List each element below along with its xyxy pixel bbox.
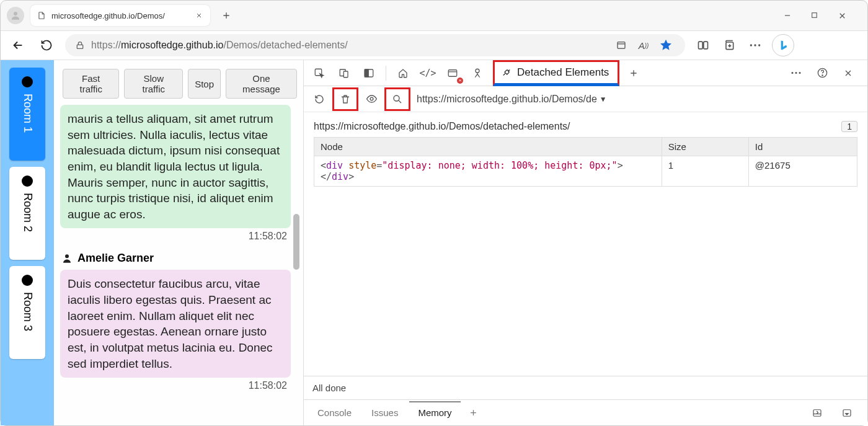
slow-traffic-button[interactable]: Slow traffic <box>124 69 183 99</box>
message-item: mauris a tellus aliquam, sit amet rutrum… <box>60 105 291 243</box>
svg-rect-15 <box>365 69 368 77</box>
address-bar[interactable]: https://microsoftedge.github.io/Demos/de… <box>65 34 685 56</box>
chevron-down-icon: ▼ <box>600 95 607 104</box>
search-icon <box>392 94 403 105</box>
scrollbar-thumb[interactable] <box>293 214 299 270</box>
read-aloud-icon[interactable]: A)) <box>634 36 653 55</box>
favorite-star-icon[interactable] <box>657 36 675 55</box>
devtools-pane: </> × Detached Elements <box>304 60 867 425</box>
frame-selector[interactable]: https://microsoftedge.github.io/Demos/de… <box>413 94 607 105</box>
sources-tab-icon[interactable] <box>467 63 488 84</box>
room-label: Room 2 <box>21 193 34 232</box>
devtools-more-icon[interactable] <box>786 63 807 84</box>
messages-list: mauris a tellus aliquam, sit amet rutrum… <box>60 105 299 420</box>
room-label: Room 1 <box>21 94 34 133</box>
url-text: https://microsoftedge.github.io/Demos/de… <box>91 40 348 51</box>
split-screen-icon[interactable] <box>694 36 712 55</box>
app-install-icon[interactable] <box>612 36 631 55</box>
browser-tab[interactable]: microsoftedge.github.io/Demos/ <box>30 5 210 26</box>
drawer-dock-icon[interactable] <box>807 402 828 424</box>
status-bar: All done <box>304 376 867 399</box>
detached-count: 1 <box>841 121 857 132</box>
sidebar-room-1[interactable]: Room 1 <box>9 68 45 161</box>
svg-point-7 <box>750 44 752 46</box>
page-path: https://microsoftedge.github.io/Demos/de… <box>314 121 570 132</box>
svg-point-9 <box>758 44 760 46</box>
drawer-tab-memory[interactable]: Memory <box>409 401 460 423</box>
fast-traffic-button[interactable]: Fast traffic <box>63 69 119 99</box>
detached-subtoolbar: https://microsoftedge.github.io/Demos/de… <box>304 86 867 112</box>
bing-chat-icon[interactable] <box>772 34 794 56</box>
svg-point-8 <box>754 44 756 46</box>
message-author: Amelie Garner <box>60 249 291 270</box>
svg-rect-2 <box>77 45 82 48</box>
drawer-add-icon[interactable] <box>463 402 484 424</box>
refresh-detached-icon[interactable] <box>309 89 330 110</box>
more-menu-icon[interactable] <box>746 36 764 55</box>
window-maximize-icon[interactable] <box>810 11 823 20</box>
devtools-toolbar: </> × Detached Elements <box>304 60 867 86</box>
svg-rect-16 <box>448 69 457 76</box>
size-cell: 1 <box>662 156 748 187</box>
col-id[interactable]: Id <box>748 138 857 156</box>
svg-point-18 <box>792 72 794 74</box>
console-tab-icon[interactable]: × <box>442 63 463 84</box>
back-button[interactable] <box>8 35 28 55</box>
drawer-tab-issues[interactable]: Issues <box>363 402 407 423</box>
detached-body: https://microsoftedge.github.io/Demos/de… <box>304 112 867 376</box>
eye-icon[interactable] <box>361 89 382 110</box>
analyze-button[interactable] <box>384 87 410 111</box>
refresh-button[interactable] <box>37 35 56 55</box>
add-tab-icon[interactable] <box>623 63 644 84</box>
svg-rect-5 <box>704 42 708 49</box>
svg-point-20 <box>799 72 801 74</box>
device-emulation-icon[interactable] <box>334 63 355 84</box>
lock-icon <box>75 40 85 50</box>
table-row[interactable]: <div style="display: none; width: 100%; … <box>314 156 857 187</box>
new-tab-button[interactable] <box>216 6 236 25</box>
address-bar-row: https://microsoftedge.github.io/Demos/de… <box>1 30 867 60</box>
message-item: Amelie Garner Duis consectetur faucibus … <box>60 249 291 393</box>
elements-tab-icon[interactable]: </> <box>417 63 438 84</box>
message-timestamp: 11:58:02 <box>60 228 291 243</box>
devtools-close-icon[interactable] <box>838 63 859 84</box>
help-icon[interactable] <box>812 63 833 84</box>
collections-icon[interactable] <box>720 36 738 55</box>
plug-icon <box>501 67 512 78</box>
drawer-expand-icon[interactable] <box>836 402 857 424</box>
tab-title: microsoftedge.github.io/Demos/ <box>51 11 189 20</box>
devtools-drawer: Console Issues Memory <box>304 399 867 425</box>
stop-button[interactable]: Stop <box>188 69 221 99</box>
room-sidebar: Room 1 Room 2 Room 3 <box>1 60 54 425</box>
window-minimize-icon[interactable] <box>783 11 795 20</box>
room-label: Room 3 <box>21 292 34 331</box>
presence-dot-icon <box>22 175 33 187</box>
webapp-pane: Room 1 Room 2 Room 3 Fast traffic Slow t… <box>1 60 304 425</box>
inspect-element-icon[interactable] <box>309 63 330 84</box>
browser-tab-strip: microsoftedge.github.io/Demos/ <box>1 1 867 30</box>
col-size[interactable]: Size <box>662 138 748 156</box>
sidebar-room-3[interactable]: Room 3 <box>9 266 45 359</box>
dock-side-icon[interactable] <box>358 63 379 84</box>
message-timestamp: 11:58:02 <box>60 378 291 393</box>
svg-point-10 <box>65 254 69 258</box>
svg-point-0 <box>14 12 17 16</box>
controls-row: Fast traffic Slow traffic Stop One messa… <box>60 65 299 105</box>
profile-avatar[interactable] <box>7 7 24 24</box>
one-message-button[interactable]: One message <box>226 69 297 99</box>
chat-column: Fast traffic Slow traffic Stop One messa… <box>54 60 303 425</box>
drawer-tab-console[interactable]: Console <box>309 402 360 423</box>
welcome-tab-icon[interactable] <box>392 63 414 84</box>
svg-point-17 <box>476 69 479 73</box>
window-close-icon[interactable] <box>838 11 850 20</box>
sidebar-room-2[interactable]: Room 2 <box>9 167 45 260</box>
collect-garbage-button[interactable] <box>332 87 358 111</box>
col-node[interactable]: Node <box>314 138 662 156</box>
author-name: Amelie Garner <box>78 252 154 265</box>
page-icon <box>37 11 46 20</box>
svg-rect-13 <box>343 71 348 78</box>
svg-point-23 <box>370 97 373 100</box>
detached-table: Node Size Id <div style="display: none; … <box>314 137 857 187</box>
detached-elements-tab[interactable]: Detached Elements <box>493 60 619 86</box>
tab-close-icon[interactable] <box>194 11 204 20</box>
